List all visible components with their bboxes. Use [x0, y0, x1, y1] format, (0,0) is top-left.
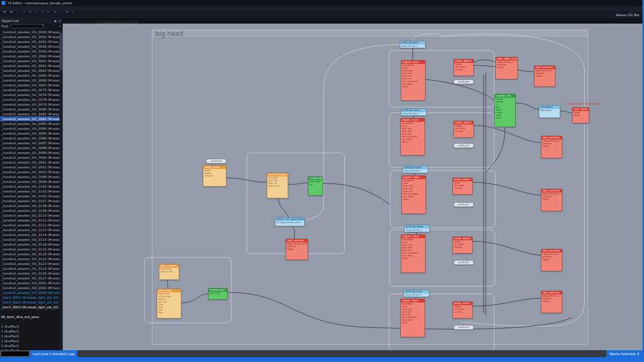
list-item[interactable]: _handrail_wooden_I01_0075 (M:wood... [0, 87, 60, 92]
list-item[interactable]: _handrail_wooden_I01_0078 (M:wood... [0, 97, 60, 102]
list-item[interactable]: _handrail_wooden_I01_0050 (M:wood... [0, 29, 60, 34]
list-item[interactable]: _handrail_wooden_I01_0107 (M:wood... [0, 198, 60, 203]
list-item[interactable]: _handrail_wooden_I01_0062 (M:wood... [0, 63, 60, 68]
obst-particles-left[interactable]: obst: particlesaqua_female_armor_apartic… [286, 239, 308, 260]
start-script[interactable]: start scripteach timeattach: siteparamou… [157, 289, 181, 319]
obst-particles-5[interactable]: obst: particlesaqua_female_aparticlestar… [541, 291, 562, 313]
list-item[interactable]: _handrail_wooden_I03_0001 (M:hand... [0, 280, 60, 285]
list-item[interactable]: _handrail_wooden_I01_0084 (M:wood... [0, 126, 60, 131]
list-item[interactable]: 1 (A:effect) [0, 343, 60, 348]
health-timeline[interactable]: health timeline?ref: spotprof: colprof: … [267, 173, 288, 198]
list-item[interactable]: 1 (A:effect) [0, 338, 60, 343]
lockers-aux[interactable]: lockers aux?auto 1/20 [208, 288, 228, 300]
list-item[interactable]: _handrail_wooden_I01_0087 (M:wood... [0, 141, 60, 145]
list-item[interactable]: _handrail_wooden_I01_0052 (M:box_l) [0, 39, 60, 44]
entity-root[interactable]: entityRootTwo Points [539, 105, 560, 118]
list-item[interactable]: _handrail_wooden_I01_0092 (M:wood... [0, 165, 60, 169]
list-item[interactable]: _handrail_wooden_I01_0064 (M:wood... [0, 73, 60, 78]
obst-particles-4[interactable]: obst: particlesaqua_female_aparticlestar… [541, 249, 562, 271]
list-item[interactable]: _handrail_wooden_I01_0079 (M:wood... [0, 102, 60, 107]
list-item[interactable]: _handrail_wooden_I01_0093 (M:wood... [0, 169, 60, 174]
list-item[interactable]: _handrail_wooden_I01_0089 (M:wood... [0, 150, 60, 155]
error-dead[interactable]: error: deadtargetfanfa [572, 107, 589, 123]
list-item[interactable]: _handrail_wooden_I01_0060 (M:wood... [0, 54, 60, 58]
list-item[interactable]: _handrail_wooden_I01_0066 (M:wood... [0, 78, 60, 83]
entity-attach-4[interactable]: entity: attachtargetref: offsetcoming [452, 237, 473, 254]
list-item[interactable]: _handrail_wooden_I01_0122 (M:wood... [0, 256, 60, 261]
entity-name-2[interactable]: artificial nameaqua_female_a [401, 108, 427, 116]
entity-name-3[interactable]: artificial nameaqua_female_a [402, 166, 428, 173]
list-item[interactable]: _handrail_wooden_I01_0127 (M:wood... [0, 276, 60, 280]
list-item[interactable]: _handrail_wooden_I01_0124 (M:wood... [0, 266, 60, 271]
scrollbar-thumb[interactable] [60, 33, 62, 70]
list-item[interactable]: _handrail_wooden_I01_0126 (M:wood... [0, 271, 60, 276]
artificial-pill-1[interactable]: artificial* [453, 79, 474, 84]
attach-aqua[interactable]: attach - 01_aqua_fema...01_aqua_female_a… [275, 217, 305, 226]
list-item[interactable]: _handrail_wooden_I01_0081 (M:wood... [0, 112, 60, 116]
obst-particles-2[interactable]: obst: particlesaqua_female_aparticlestar… [541, 136, 562, 158]
list-item[interactable]: _torch_0002 (M:street_light_old_02) [0, 300, 60, 305]
list-item[interactable]: _handrail_wooden_I01_0110 (M:wood... [0, 213, 60, 218]
list-item[interactable]: _handrail_wooden_I01_0083 (M:wood... [0, 121, 60, 126]
engine-clone-4[interactable]: engine: cloneentityRoleposeprof: Lastpro… [401, 234, 426, 273]
list-item[interactable]: 1 (A:effect) [0, 329, 60, 334]
list-item[interactable]: _handrail_wooden_I01_0123 (M:wood... [0, 261, 60, 266]
list-item[interactable]: _handrail_wooden_I01_0115 (M:wood... [0, 237, 60, 242]
entity-name-5[interactable]: artificial nameaqua_female_a [404, 290, 429, 297]
engine-clone-3[interactable]: engine: cloneentityRoleposeprof: Lastpro… [401, 175, 426, 214]
obst-particles-3[interactable]: obst: particlesaqua_female_aparticlestar… [541, 189, 562, 211]
list-item[interactable]: _handrail_wooden_I01_0051 (M:wood... [0, 34, 60, 39]
entity-attach-2[interactable]: entity: attachtargetref: offsetcoming [453, 121, 474, 138]
list-item[interactable]: _handrail_wooden_I01_0103 (M:wood... [0, 189, 60, 194]
list-item[interactable]: _handrail_wooden_I01_0082 (M:wood... [0, 116, 60, 121]
list-item[interactable]: _handrail_wooden_I01_0108 (M:wood... [0, 203, 60, 208]
artificial-pill-left[interactable]: artificial* [206, 159, 226, 164]
find-input[interactable]: ▾ [11, 24, 44, 28]
close-icon[interactable]: × [58, 19, 61, 23]
entity-circle[interactable]: entity: circleEventtargetsmooth [203, 165, 226, 187]
list-item[interactable]: _handrail_wooden_I01_0090 (M:wood... [0, 155, 60, 160]
list-item[interactable]: _handrail_wooden_I01_0063 (M:wood... [0, 68, 60, 73]
list-item[interactable]: _handrail_wooden_I01_0091 (M:wood... [0, 160, 60, 165]
list-item[interactable]: _handrail_wooden_I01_0099 (M:wood... [0, 179, 60, 184]
list-item[interactable]: _handrail_wooden_I03_0003 (M:hand... [0, 290, 60, 295]
list-item[interactable] [0, 309, 60, 314]
list-item[interactable]: _handrail_wooden_I01_0100 (M:wood... [0, 184, 60, 189]
engine-clone-5[interactable]: engine: cloneentityRoleposeprof: Lastpro… [400, 299, 425, 337]
titlebar[interactable]: YS Editor - monster/aqua_female_armor [0, 0, 642, 6]
list-item[interactable]: 06_term_dive_out_pose [0, 314, 60, 319]
restart-file[interactable]: restart (fileauto 1/20out [308, 176, 323, 196]
list-item[interactable]: _handrail_wooden_I01_0119 (M:wood... [0, 247, 60, 252]
find-close-icon[interactable]: × [58, 24, 61, 28]
list-item[interactable]: _handrail_wooden_I01_0111 (M:wood... [0, 218, 60, 223]
list-item[interactable]: _handrail_wooden_I01_0120 (M:wood... [0, 252, 60, 256]
list-item[interactable]: _handrail_wooden_I01_0085 (M:wood... [0, 131, 60, 136]
list-item[interactable]: _handrail_wooden_I01_0067 (M:wood... [0, 83, 60, 87]
list-item[interactable]: _handrail_wooden_I01_0105 (M:wood... [0, 194, 60, 198]
list-item[interactable]: _handrail_wooden_I01_0114 (M:wood... [0, 232, 60, 237]
chevron-down-icon[interactable]: ▾ [42, 24, 43, 27]
counter-int[interactable]: counter / intspeedturnedinoutresetcountt… [494, 94, 516, 127]
artificial-pill-3[interactable]: artificial* [453, 202, 474, 207]
list-item[interactable] [0, 319, 60, 324]
list-item[interactable]: _handrail_wooden_I01_0059 (M:wood... [0, 49, 60, 54]
list-item[interactable]: _handrail_wooden_I01_0098 (M:wood... [0, 174, 60, 179]
obst-effect-tone[interactable]: obst: effect_toneaqua_female_aparticlest… [495, 57, 518, 79]
entity-attach-1[interactable]: entity: attachtargetref: offsetcoming [453, 59, 474, 76]
list-item[interactable]: _handrail_wooden_I01_0088 (M:wood... [0, 145, 60, 150]
engine-clone-2[interactable]: engine: cloneentityRoleposeprof: Lastpro… [400, 118, 425, 156]
list-item[interactable]: 1 (A:effect) [0, 324, 60, 329]
pin-icon[interactable]: ▪ [54, 19, 56, 23]
list-item[interactable]: _handrail_wooden_I01_0109 (M:wood... [0, 208, 60, 213]
object-list-scrollbar[interactable] [60, 29, 62, 350]
list-item[interactable]: 1 (A:effect) [0, 334, 60, 338]
after-connect[interactable]: after connecteach timeattach: site [159, 264, 179, 280]
list-item[interactable]: _handrail_wooden_I01_0080 (M:wood... [0, 107, 60, 112]
list-item[interactable]: _handrail_wooden_I01_0086 (M:wood... [0, 136, 60, 141]
command-input[interactable] [1, 351, 30, 357]
artificial-pill-5[interactable]: artificial* [453, 325, 474, 330]
list-item[interactable]: _handrail_wooden_I01_0061 (M:wood... [0, 58, 60, 63]
list-item[interactable]: _handrail_wooden_I03_0002 (M:hand... [0, 285, 60, 290]
list-item[interactable]: _handrail_wooden_I01_0113 (M:wood... [0, 227, 60, 232]
list-item[interactable]: _handrail_wooden_I01_0076 (M:wood... [0, 92, 60, 97]
